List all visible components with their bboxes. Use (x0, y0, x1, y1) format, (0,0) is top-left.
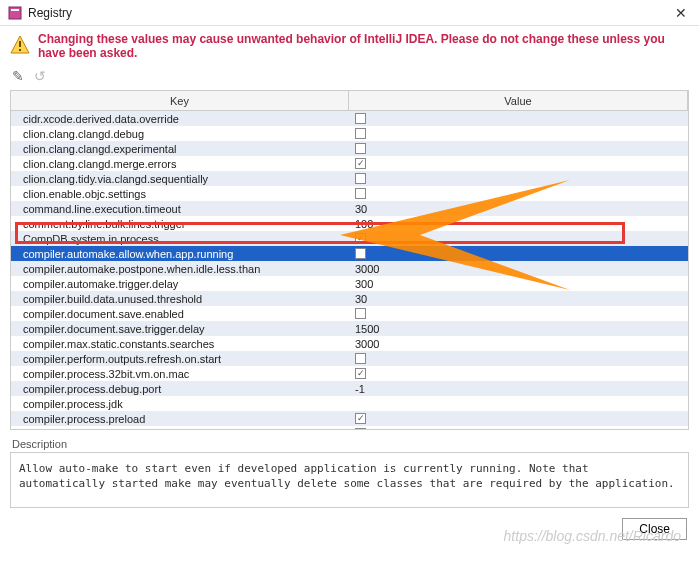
table-row[interactable]: compiler.automake.allow.when.app.running (11, 246, 688, 261)
cell-key: compiler.automake.postpone.when.idle.les… (11, 263, 349, 275)
cell-key: compiler.document.save.enabled (11, 308, 349, 320)
svg-rect-1 (11, 9, 19, 11)
table-row[interactable]: compiler.perform.outputs.refresh.on.star… (11, 351, 688, 366)
cell-value[interactable]: ✓ (349, 158, 688, 169)
cell-key: compiler.process.32bit.vm.on.mac (11, 368, 349, 380)
cell-key: compiler.document.save.trigger.delay (11, 323, 349, 335)
checkbox[interactable] (355, 308, 366, 319)
checkbox[interactable]: ✓ (355, 233, 366, 244)
checkbox[interactable] (355, 188, 366, 199)
table-body[interactable]: cidr.xcode.derived.data.overrideclion.cl… (11, 111, 688, 430)
table-row[interactable]: clion.enable.objc.settings (11, 186, 688, 201)
cell-value[interactable] (349, 188, 688, 199)
checkbox[interactable] (355, 353, 366, 364)
checkbox[interactable] (355, 248, 366, 259)
table-row[interactable]: clion.clang.clangd.experimental (11, 141, 688, 156)
table-row[interactable]: cidr.xcode.derived.data.override (11, 111, 688, 126)
cell-value[interactable]: ✓ (349, 233, 688, 244)
cell-key: clion.clang.clangd.experimental (11, 143, 349, 155)
cell-value[interactable] (349, 353, 688, 364)
titlebar: Registry ✕ (0, 0, 699, 26)
svg-rect-4 (19, 49, 21, 51)
table-row[interactable]: compiler.process.preload✓ (11, 411, 688, 426)
toolbar: ✎ ↺ (0, 66, 699, 90)
table-row[interactable]: compiler.process.jdk (11, 396, 688, 411)
cell-key: clion.clang.clangd.merge.errors (11, 158, 349, 170)
checkbox[interactable] (355, 143, 366, 154)
checkbox[interactable]: ✓ (355, 428, 366, 430)
table-row[interactable]: compiler.document.save.trigger.delay1500 (11, 321, 688, 336)
cell-value[interactable] (349, 143, 688, 154)
table-row[interactable]: compiler.build.data.unused.threshold30 (11, 291, 688, 306)
checkbox[interactable] (355, 113, 366, 124)
table-row[interactable]: compiler.automake.trigger.delay300 (11, 276, 688, 291)
cell-value[interactable]: -1 (349, 383, 688, 395)
warning-message: Changing these values may cause unwanted… (38, 32, 689, 60)
cell-key: cidr.xcode.derived.data.override (11, 113, 349, 125)
table-row[interactable]: CompDB.system.in.process✓ (11, 231, 688, 246)
cell-value[interactable]: 30 (349, 203, 688, 215)
app-icon (8, 6, 22, 20)
cell-key: compiler.build.data.unused.threshold (11, 293, 349, 305)
cell-key: compiler.process.preload (11, 413, 349, 425)
description-label: Description (12, 438, 687, 450)
table-row[interactable]: compiler.document.save.enabled (11, 306, 688, 321)
table-row[interactable]: compiler.process.debug.port-1 (11, 381, 688, 396)
table-row[interactable]: compiler.max.static.constants.searches30… (11, 336, 688, 351)
window-close-icon[interactable]: ✕ (671, 5, 691, 21)
table-row[interactable]: clion.clang.clangd.debug (11, 126, 688, 141)
cell-key: clion.enable.objc.settings (11, 188, 349, 200)
table-row[interactable]: compiler.automake.postpone.when.idle.les… (11, 261, 688, 276)
undo-button[interactable]: ↺ (34, 68, 46, 84)
cell-value[interactable]: 300 (349, 278, 688, 290)
registry-table: Key Value cidr.xcode.derived.data.overri… (10, 90, 689, 430)
cell-value[interactable] (349, 128, 688, 139)
window-title: Registry (28, 6, 671, 20)
cell-value[interactable]: 100 (349, 218, 688, 230)
checkbox[interactable] (355, 128, 366, 139)
cell-value[interactable] (349, 248, 688, 259)
cell-value[interactable]: 3000 (349, 338, 688, 350)
table-row[interactable]: clion.clang.clangd.merge.errors✓ (11, 156, 688, 171)
checkbox[interactable] (355, 173, 366, 184)
table-row[interactable]: clion.clang.tidy.via.clangd.sequentially (11, 171, 688, 186)
column-header-value[interactable]: Value (349, 91, 688, 110)
table-row[interactable]: comment.by.line.bulk.lines.trigger100 (11, 216, 688, 231)
cell-value[interactable]: 1500 (349, 323, 688, 335)
checkbox[interactable]: ✓ (355, 413, 366, 424)
cell-key: clion.clang.clangd.debug (11, 128, 349, 140)
cell-key: compiler.process.debug.port (11, 383, 349, 395)
description-box: Allow auto-make to start even if develop… (10, 452, 689, 508)
edit-button[interactable]: ✎ (12, 68, 24, 84)
cell-key: compiler.max.static.constants.searches (11, 338, 349, 350)
cell-value[interactable]: 3000 (349, 263, 688, 275)
svg-rect-3 (19, 41, 21, 47)
cell-key: command.line.execution.timeout (11, 203, 349, 215)
warning-icon (10, 35, 30, 58)
footer: Close (0, 508, 699, 550)
table-row[interactable]: compiler.process.use.memory.temp.cache✓ (11, 426, 688, 430)
cell-value[interactable]: ✓ (349, 428, 688, 430)
checkbox[interactable]: ✓ (355, 368, 366, 379)
cell-key: compiler.process.use.memory.temp.cache (11, 428, 349, 431)
cell-key: compiler.automake.trigger.delay (11, 278, 349, 290)
cell-value[interactable]: ✓ (349, 368, 688, 379)
cell-key: compiler.process.jdk (11, 398, 349, 410)
cell-key: compiler.automake.allow.when.app.running (11, 248, 349, 260)
table-header: Key Value (11, 91, 688, 111)
cell-value[interactable]: 30 (349, 293, 688, 305)
cell-value[interactable] (349, 173, 688, 184)
cell-value[interactable] (349, 308, 688, 319)
cell-value[interactable] (349, 113, 688, 124)
checkbox[interactable]: ✓ (355, 158, 366, 169)
close-button[interactable]: Close (622, 518, 687, 540)
column-header-key[interactable]: Key (11, 91, 349, 110)
cell-value[interactable]: ✓ (349, 413, 688, 424)
table-row[interactable]: command.line.execution.timeout30 (11, 201, 688, 216)
svg-rect-0 (9, 7, 21, 19)
cell-key: compiler.perform.outputs.refresh.on.star… (11, 353, 349, 365)
cell-key: CompDB.system.in.process (11, 233, 349, 245)
cell-key: clion.clang.tidy.via.clangd.sequentially (11, 173, 349, 185)
table-row[interactable]: compiler.process.32bit.vm.on.mac✓ (11, 366, 688, 381)
warning-row: Changing these values may cause unwanted… (0, 26, 699, 66)
